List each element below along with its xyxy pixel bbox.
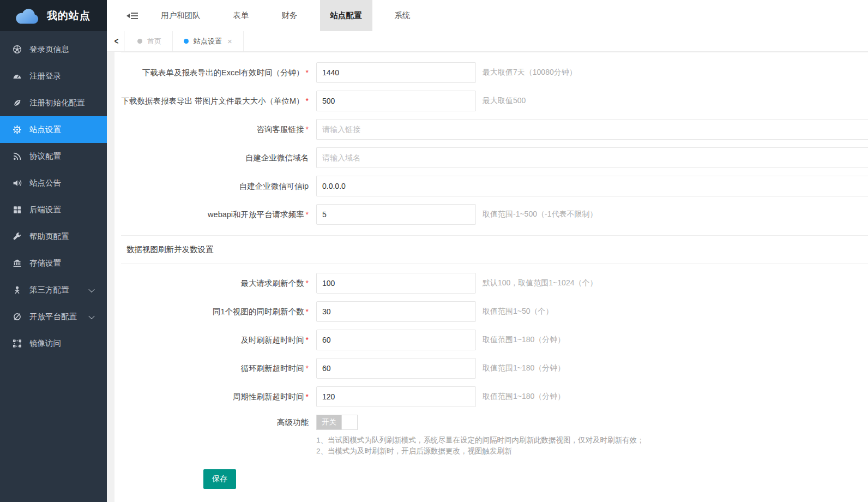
- sidebar-item-site-announcement[interactable]: 站点公告: [0, 170, 107, 196]
- gear-icon: [12, 124, 22, 135]
- form-row-max-refresh-count: 最大请求刷新个数* 默认100，取值范围1~1024（个）: [121, 273, 868, 294]
- football-icon: [12, 44, 22, 55]
- max-refresh-count-input[interactable]: [316, 273, 476, 294]
- sidebar-item-label: 帮助页配置: [29, 231, 69, 242]
- sidebar-menu: 登录页信息 注册登录 注册初始化配置: [0, 31, 107, 357]
- bank-icon: [12, 258, 22, 268]
- advanced-features-toggle[interactable]: 开关: [316, 415, 358, 430]
- sidebar-item-site-settings[interactable]: 站点设置: [0, 116, 107, 143]
- nav-tab-forms[interactable]: 表单: [223, 0, 260, 31]
- same-view-refresh-count-input[interactable]: [316, 301, 476, 322]
- toggle-label: 开关: [317, 417, 341, 427]
- main-content: 下载表单及报表导出的Excel有效时间（分钟）* 最大取值7天（10080分钟）…: [114, 52, 868, 502]
- tab-site-settings[interactable]: 站点设置 ×: [173, 31, 244, 51]
- nav-tab-label: 表单: [233, 10, 249, 21]
- required-mark: *: [306, 279, 309, 288]
- required-mark: *: [306, 68, 309, 77]
- nav-tab-site-config[interactable]: 站点配置: [320, 0, 372, 31]
- person-icon: [12, 285, 22, 295]
- required-mark: *: [306, 392, 309, 401]
- nav-tab-users-and-teams[interactable]: 用户和团队: [150, 0, 211, 31]
- site-settings-form: 下载表单及报表导出的Excel有效时间（分钟）* 最大取值7天（10080分钟）…: [121, 52, 868, 489]
- periodic-refresh-timeout-input[interactable]: [316, 386, 476, 407]
- export-max-size-input[interactable]: [316, 91, 476, 111]
- app-logo[interactable]: 我的站点: [0, 0, 107, 31]
- sidebar-item-login-page-info[interactable]: 登录页信息: [0, 36, 107, 63]
- field-label: 及时刷新超时时间*: [121, 335, 316, 345]
- required-mark: *: [306, 97, 309, 105]
- form-row-excel-expiry: 下载表单及报表导出的Excel有效时间（分钟）* 最大取值7天（10080分钟）: [121, 62, 868, 83]
- crop-icon: [12, 338, 22, 349]
- cloud-icon: [13, 6, 41, 26]
- nav-tab-label: 用户和团队: [161, 10, 201, 21]
- chevron-down-icon: [88, 286, 94, 292]
- save-button[interactable]: 保存: [203, 469, 236, 489]
- field-label: webapi和开放平台请求频率*: [121, 210, 316, 220]
- sidebar-item-label: 协议配置: [29, 151, 61, 162]
- support-link-input[interactable]: [316, 119, 868, 140]
- tab-home[interactable]: 首页: [126, 31, 173, 51]
- tab-status-dot: [184, 39, 189, 44]
- sidebar-item-backend-settings[interactable]: 后端设置: [0, 196, 107, 223]
- collapse-menu-icon[interactable]: [126, 0, 138, 31]
- field-hint: 取值范围1~180（分钟）: [483, 335, 565, 345]
- sidebar-item-label: 后端设置: [29, 205, 61, 215]
- nav-tab-system[interactable]: 系统: [384, 0, 421, 31]
- sidebar-item-label: 站点设置: [29, 124, 61, 135]
- field-label: 高级功能: [121, 417, 316, 428]
- field-label: 同1个视图的同时刷新个数*: [121, 307, 316, 317]
- gauge-icon: [12, 71, 22, 81]
- close-icon[interactable]: ×: [227, 37, 232, 46]
- advanced-feature-notes: 1、当试图模式为队列刷新模式，系统尽量在设定的间隔时间内刷新此数据视图，仅对及时…: [316, 435, 868, 456]
- sidebar-item-help-page-config[interactable]: 帮助页配置: [0, 223, 107, 250]
- leaf-icon: [12, 98, 22, 108]
- sidebar-item-label: 存储设置: [29, 258, 61, 268]
- nav-tab-finance[interactable]: 财务: [272, 0, 308, 31]
- sidebar-item-mirror-access[interactable]: 镜像访问: [0, 330, 107, 357]
- sidebar: 我的站点 登录页信息 注册登录: [0, 0, 107, 502]
- tab-status-dot: [137, 39, 142, 44]
- field-hint: 取值范围1~50（个）: [483, 307, 553, 316]
- toggle-knob: [341, 415, 358, 430]
- webapi-rate-input[interactable]: [316, 204, 476, 225]
- sidebar-item-register-init-config[interactable]: 注册初始化配置: [0, 89, 107, 116]
- field-label: 咨询客服链接*: [121, 124, 316, 135]
- field-hint: 取值范围-1~500（-1代表不限制）: [483, 210, 597, 219]
- sidebar-item-label: 第三方配置: [29, 285, 69, 295]
- nav-tab-label: 系统: [395, 10, 411, 21]
- speaker-icon: [12, 178, 22, 188]
- top-nav: 用户和团队 表单 财务 站点配置 系统: [107, 0, 868, 31]
- nav-tab-label: 财务: [282, 10, 298, 21]
- tab-label: 站点设置: [194, 37, 222, 46]
- nav-tab-label: 站点配置: [330, 10, 362, 21]
- excel-expiry-input[interactable]: [316, 62, 476, 83]
- required-mark: *: [306, 364, 309, 373]
- note-line: 1、当试图模式为队列刷新模式，系统尽量在设定的间隔时间内刷新此数据视图，仅对及时…: [316, 435, 868, 446]
- sidebar-item-label: 镜像访问: [29, 338, 61, 349]
- grid-icon: [12, 205, 22, 215]
- app-title: 我的站点: [47, 9, 91, 23]
- sidebar-item-storage-settings[interactable]: 存储设置: [0, 250, 107, 277]
- form-row-webapi-rate: webapi和开放平台请求频率* 取值范围-1~500（-1代表不限制）: [121, 204, 868, 225]
- sidebar-item-label: 开放平台配置: [29, 312, 77, 322]
- form-row-loop-refresh-timeout: 循环刷新超时时间* 取值范围1~180（分钟）: [121, 358, 868, 379]
- wecom-domain-input[interactable]: [316, 147, 868, 168]
- field-hint: 取值范围1~180（分钟）: [483, 363, 565, 373]
- form-row-advanced-features: 高级功能 开关: [121, 415, 868, 430]
- field-label: 周期性刷新超时时间*: [121, 392, 316, 402]
- sidebar-item-third-party-config[interactable]: 第三方配置: [0, 277, 107, 303]
- form-row-export-max-size: 下载数据表报表导出 带图片文件最大大小（单位M）* 最大取值500: [121, 91, 868, 111]
- sidebar-item-open-platform-config[interactable]: 开放平台配置: [0, 303, 107, 330]
- wecom-trusted-ip-input[interactable]: [316, 176, 868, 196]
- tabs-scroll-left-button[interactable]: <: [109, 31, 125, 51]
- required-mark: *: [306, 336, 309, 344]
- wrench-icon: [12, 231, 22, 242]
- sidebar-item-register-login[interactable]: 注册登录: [0, 63, 107, 89]
- field-label: 循环刷新超时时间*: [121, 363, 316, 374]
- field-hint: 最大取值500: [483, 96, 526, 106]
- required-mark: *: [306, 210, 309, 219]
- sidebar-item-label: 注册初始化配置: [29, 98, 85, 108]
- instant-refresh-timeout-input[interactable]: [316, 330, 476, 350]
- sidebar-item-protocol-config[interactable]: 协议配置: [0, 143, 107, 170]
- loop-refresh-timeout-input[interactable]: [316, 358, 476, 379]
